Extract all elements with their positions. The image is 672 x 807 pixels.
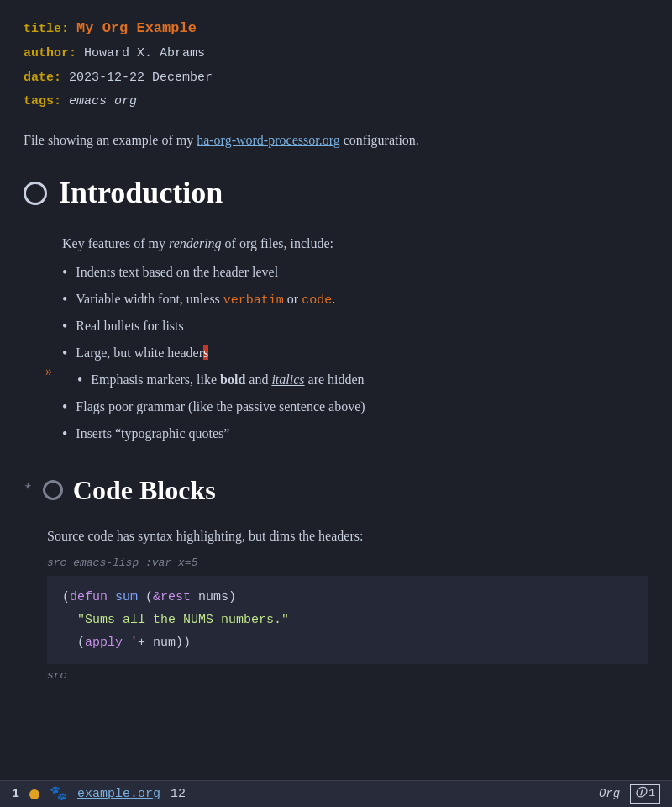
cursor-char: s: [203, 345, 208, 360]
code-line-3: (apply '+ num)): [62, 631, 633, 654]
list-item: • Indents text based on the header level: [62, 261, 648, 284]
heading-2-circle: [43, 480, 63, 500]
bullet-dot: •: [62, 342, 67, 365]
status-col: 12: [171, 784, 186, 804]
list-item: • Real bullets for lists: [62, 315, 648, 338]
meta-tags-row: tags: emacs org: [24, 90, 648, 114]
features-rest: of org files, include:: [222, 236, 333, 251]
heading-1-circle: [24, 182, 47, 205]
intro-paragraph: File showing an example of my ha-org-wor…: [24, 129, 648, 151]
heading-introduction: Introduction: [24, 169, 648, 218]
code-section: Source code has syntax highlighting, but…: [47, 525, 648, 685]
features-italic: rendering: [169, 236, 222, 251]
title-key: title:: [24, 22, 69, 36]
tags-key: tags:: [24, 94, 61, 108]
list-item-text: Emphasis markers, like bold and italics …: [91, 369, 364, 391]
list-item: • Variable width font, unless verbatim o…: [62, 288, 648, 311]
status-indicator-dot: [29, 789, 39, 799]
features-intro: Key features of my rendering of org file…: [62, 233, 648, 255]
italic-text: italics: [271, 372, 304, 387]
meta-title-row: title: My Org Example: [24, 15, 648, 42]
src-label-bottom: src: [47, 667, 648, 685]
bullet-dot: •: [62, 423, 67, 446]
metadata-block: title: My Org Example author: Howard X. …: [24, 15, 648, 114]
intro-before-link: File showing an example of my: [24, 133, 197, 147]
list-item-text: Flags poor grammar (like the passive sen…: [76, 396, 365, 418]
list-item-text: Inserts “typographic quotes”: [76, 423, 229, 445]
meta-author-row: author: Howard X. Abrams: [24, 42, 648, 66]
code-section-intro: Source code has syntax highlighting, but…: [47, 525, 648, 547]
heading-1-text: Introduction: [59, 169, 223, 218]
bullet-dot: •: [62, 288, 67, 311]
code-line-1: (defun sum (&rest nums): [62, 586, 633, 609]
code-line-2: "Sums all the NUMS numbers.": [62, 609, 633, 631]
status-bar: 1 🐾 example.org 12 Org ⓘ1: [0, 780, 672, 807]
features-intro-before: Key features of my: [62, 236, 169, 251]
line-arrow-icon: »: [45, 361, 52, 382]
list-item-text: Real bullets for lists: [76, 315, 183, 337]
intro-after-link: configuration.: [340, 133, 419, 147]
code-block: (defun sum (&rest nums) "Sums all the NU…: [47, 576, 648, 664]
title-value: My Org Example: [76, 20, 197, 36]
list-item: • Flags poor grammar (like the passive s…: [62, 396, 648, 419]
bold-text: bold: [220, 372, 245, 387]
date-value: 2023-12-22 December: [69, 71, 213, 85]
list-item-text: Large, but white headers: [76, 342, 208, 364]
bullet-dot: •: [62, 315, 67, 338]
bullet-dot: •: [62, 261, 67, 284]
list-item-text: Variable width font, unless verbatim or …: [76, 288, 335, 311]
date-key: date:: [24, 71, 61, 85]
heading-2-text: Code Blocks: [73, 469, 216, 512]
author-value: Howard X. Abrams: [84, 46, 205, 61]
emacs-icon: 🐾: [50, 783, 67, 805]
author-key: author:: [24, 46, 76, 61]
list-item: • Large, but white headers: [62, 342, 648, 365]
tags-value: emacs org: [69, 94, 137, 108]
heading-2-prefix: *: [24, 478, 33, 503]
status-mode: Org: [599, 784, 620, 803]
verbatim-text: verbatim: [223, 293, 284, 308]
status-info-number: 1: [648, 785, 655, 803]
bullet-dot: •: [77, 369, 82, 392]
list-item: » • Emphasis markers, like bold and ital…: [62, 369, 648, 392]
meta-date-row: date: 2023-12-22 December: [24, 66, 648, 91]
heading-code-blocks: * Code Blocks: [24, 469, 648, 512]
list-item-text: Indents text based on the header level: [76, 261, 278, 283]
status-filename[interactable]: example.org: [77, 784, 160, 804]
bullet-list: • Indents text based on the header level…: [62, 261, 648, 446]
src-label-top: src emacs-lisp :var x=5: [47, 555, 648, 572]
code-inline-text: code: [302, 293, 332, 308]
status-info-badge: ⓘ1: [630, 784, 660, 804]
main-content: title: My Org Example author: Howard X. …: [0, 0, 672, 752]
status-line-number: 1: [12, 784, 19, 804]
bullet-dot: •: [62, 396, 67, 419]
intro-link[interactable]: ha-org-word-processor.org: [197, 133, 339, 147]
list-item: • Inserts “typographic quotes”: [62, 423, 648, 446]
